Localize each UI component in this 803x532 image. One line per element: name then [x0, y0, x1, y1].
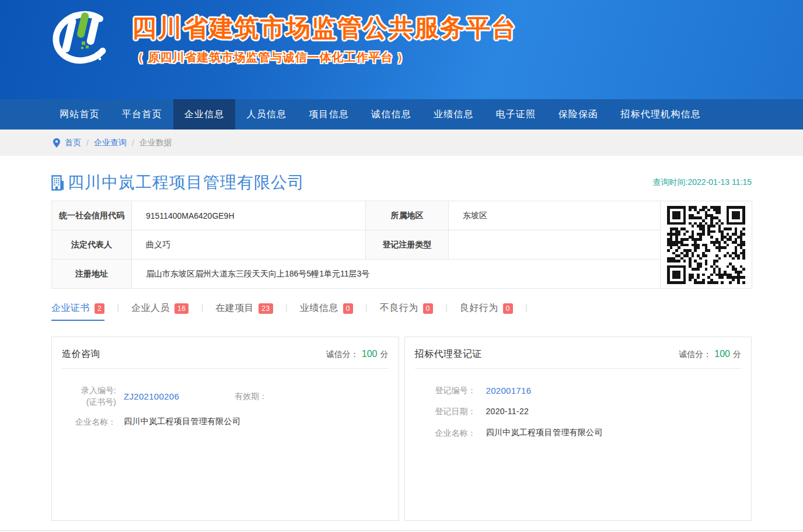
registration-number-label: 登记编号： [435, 384, 479, 396]
site-title: 四川省建筑市场监管公共服务平台 [132, 12, 517, 44]
breadcrumb-separator: / [132, 138, 134, 148]
certificate-cards: 造价咨询 诚信分：100分 录入编号: (证书号) ZJ202100206 有效… [51, 337, 752, 521]
company-info-section: 统一社会信用代码 91511400MA6420GE9H 所属地区 东坡区 法定代… [51, 201, 752, 289]
count-badge: 23 [259, 303, 273, 314]
table-row: 法定代表人 曲义巧 登记注册类型 [52, 230, 752, 260]
breadcrumb-enterprise-data: 企业数据 [139, 138, 172, 148]
qr-code [661, 201, 752, 289]
nav-item-e-certificate[interactable]: 电子证照 [485, 99, 547, 130]
nav-item-site-home[interactable]: 网站首页 [48, 99, 111, 130]
credit-score-unit: 分 [733, 349, 741, 359]
tab-projects-under-construction[interactable]: 在建项目 23 [215, 302, 273, 321]
main-nav: 网站首页 平台首页 企业信息 人员信息 项目信息 诚信信息 业绩信息 电子证照 … [0, 99, 803, 130]
legal-representative-label: 法定代表人 [52, 230, 132, 260]
breadcrumb: 首页 / 企业查询 / 企业数据 [0, 130, 803, 156]
nav-item-bidding-agency-info[interactable]: 招标代理机构信息 [609, 99, 712, 130]
table-row: 统一社会信用代码 91511400MA6420GE9H 所属地区 东坡区 [52, 201, 752, 230]
site-logo [49, 8, 114, 74]
credit-score-value: 100 [714, 349, 730, 359]
nav-item-platform-home[interactable]: 平台首页 [111, 99, 173, 130]
enterprise-name-value: 四川中岚工程项目管理有限公司 [124, 416, 240, 427]
registration-date-value: 2020-11-22 [486, 407, 529, 416]
credit-score-unit: 分 [380, 349, 389, 359]
breadcrumb-separator: / [86, 138, 89, 148]
credit-score-label: 诚信分： [679, 349, 711, 359]
card-body: 录入编号: (证书号) ZJ202100206 有效期： 企业名称： 四川中岚工… [52, 369, 399, 428]
nav-item-performance-info[interactable]: 业绩信息 [423, 99, 485, 130]
card-header: 造价咨询 诚信分：100分 [62, 337, 389, 369]
building-icon [51, 175, 64, 191]
bidding-agency-registration-card: 招标代理登记证 诚信分：100分 登记编号： 202001716 登记日期： 2… [404, 337, 752, 521]
registration-type-value [449, 230, 661, 260]
certificate-number-link[interactable]: ZJ202100206 [124, 391, 201, 401]
registered-address-value: 眉山市东坡区眉州大道东三段天天向上186号5幢1单元11层3号 [132, 260, 661, 289]
count-badge: 0 [343, 303, 353, 314]
field-row: 登记编号： 202001716 [435, 384, 752, 396]
credit-score: 诚信分：100分 [326, 349, 389, 360]
company-title-row: 四川中岚工程项目管理有限公司 查询时间:2022-01-13 11:15 [51, 172, 752, 194]
cost-consulting-card: 造价咨询 诚信分：100分 录入编号: (证书号) ZJ202100206 有效… [51, 337, 399, 521]
tab-separator: | [117, 302, 119, 312]
logo-icon [49, 8, 114, 72]
nav-item-enterprise-info[interactable]: 企业信息 [173, 99, 236, 130]
tab-separator: | [445, 302, 448, 312]
tab-separator: | [525, 302, 528, 312]
registration-number-link[interactable]: 202001716 [486, 386, 532, 396]
credit-code-label: 统一社会信用代码 [52, 201, 132, 230]
tab-label: 在建项目 [215, 302, 254, 314]
nav-item-personnel-info[interactable]: 人员信息 [235, 99, 298, 130]
count-badge: 2 [95, 303, 104, 314]
tab-separator: | [365, 302, 368, 312]
tab-performance-info[interactable]: 业绩信息 0 [300, 302, 353, 321]
nav-item-insurance-guarantee[interactable]: 保险保函 [547, 99, 610, 130]
table-row: 注册地址 眉山市东坡区眉州大道东三段天天向上186号5幢1单元11层3号 [52, 260, 752, 289]
credit-score: 诚信分：100分 [679, 349, 741, 360]
tab-label: 良好行为 [460, 302, 498, 314]
registration-date-label: 登记日期： [435, 405, 479, 417]
company-info-table: 统一社会信用代码 91511400MA6420GE9H 所属地区 东坡区 法定代… [51, 201, 752, 289]
nav-item-project-info[interactable]: 项目信息 [298, 99, 360, 130]
tab-label: 企业人员 [131, 302, 170, 314]
tab-label: 企业证书 [51, 302, 90, 314]
credit-score-value: 100 [362, 349, 378, 359]
breadcrumb-enterprise-search[interactable]: 企业查询 [94, 138, 127, 148]
breadcrumb-home[interactable]: 首页 [65, 138, 81, 148]
entry-number-label: 录入编号: (证书号) [52, 384, 116, 408]
card-title: 造价咨询 [62, 348, 100, 360]
tab-separator: | [285, 302, 288, 312]
enterprise-name-value: 四川中岚工程项目管理有限公司 [486, 428, 603, 438]
tab-bad-behavior[interactable]: 不良行为 0 [380, 302, 433, 321]
count-badge: 16 [174, 303, 188, 314]
tab-separator: | [201, 302, 203, 312]
credit-code-value: 91511400MA6420GE9H [132, 201, 366, 230]
legal-representative-value: 曲义巧 [132, 230, 366, 260]
tab-label: 不良行为 [380, 302, 418, 314]
enterprise-name-label: 企业名称： [52, 416, 116, 428]
registration-type-label: 登记注册类型 [366, 230, 449, 260]
card-header: 招标代理登记证 诚信分：100分 [415, 337, 742, 369]
site-header: 四川省建筑市场监管公共服务平台 （ 原四川省建筑市场监管与诚信一体化工作平台 ） [0, 0, 803, 99]
region-value: 东坡区 [449, 201, 661, 230]
validity-period-label: 有效期： [235, 390, 267, 402]
registered-address-label: 注册地址 [52, 260, 132, 289]
query-time: 查询时间:2022-01-13 11:15 [653, 177, 752, 188]
count-badge: 0 [503, 303, 513, 314]
field-row: 录入编号: (证书号) ZJ202100206 有效期： [52, 384, 399, 408]
tab-label: 业绩信息 [300, 302, 338, 314]
field-row: 企业名称： 四川中岚工程项目管理有限公司 [52, 416, 399, 428]
credit-score-label: 诚信分： [326, 349, 359, 359]
card-title: 招标代理登记证 [415, 348, 483, 360]
count-badge: 0 [423, 303, 433, 314]
tab-good-behavior[interactable]: 良好行为 0 [460, 302, 513, 321]
card-body: 登记编号： 202001716 登记日期： 2020-11-22 企业名称： 四… [405, 369, 752, 439]
field-row: 登记日期： 2020-11-22 [435, 405, 752, 417]
enterprise-name-label: 企业名称： [435, 427, 479, 439]
field-row: 企业名称： 四川中岚工程项目管理有限公司 [435, 427, 752, 439]
region-label: 所属地区 [366, 201, 449, 230]
nav-item-credit-info[interactable]: 诚信信息 [360, 99, 423, 130]
tab-enterprise-personnel[interactable]: 企业人员 16 [131, 302, 188, 321]
site-subtitle: （ 原四川省建筑市场监管与诚信一体化工作平台 ） [132, 50, 517, 65]
detail-tabs: 企业证书 2 | 企业人员 16 | 在建项目 23 | 业绩信息 0 | 不良… [51, 302, 752, 321]
tab-enterprise-certificates[interactable]: 企业证书 2 [51, 302, 104, 321]
location-pin-icon [53, 138, 60, 148]
